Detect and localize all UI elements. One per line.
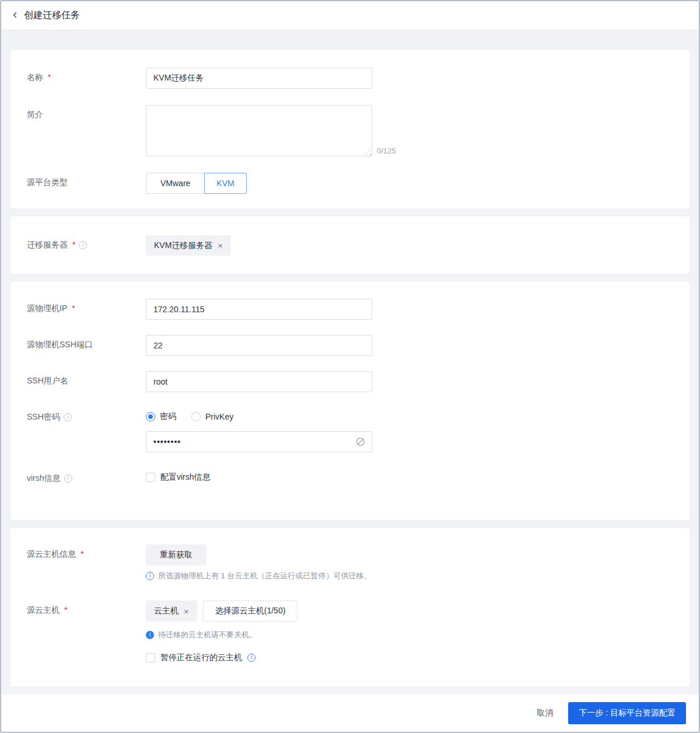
radio-dot [146,412,155,421]
required-mark: * [80,549,83,559]
name-label: 名称 [27,72,43,83]
migration-server-row: 迁移服务器* i KVM迁移服务器 × [27,235,673,256]
source-ip-row: 源物理机IP* [27,299,673,320]
basic-info-card: 名称* 简介 0/125 [10,50,690,208]
next-step-button[interactable]: 下一步 : 目标平台资源配置 [568,702,686,724]
remove-tag-icon[interactable]: × [184,607,189,616]
source-vm-info-row: 源云主机信息* 重新获取 i 所选源物理机上有 1 台云主机（正在运行或已暂停）… [27,544,673,581]
ssh-port-row: 源物理机SSH端口 [27,335,673,356]
select-source-vm-button[interactable]: 选择源云主机(1/50) [203,601,298,622]
radio-password[interactable]: 密码 [146,411,176,422]
info-icon[interactable]: i [64,474,72,483]
create-migration-task-page: ‹ 创建迁移任务 名称* 简介 [0,0,700,733]
info-icon[interactable]: i [79,241,87,249]
virsh-checkbox-row: 配置virsh信息 [146,470,673,483]
platform-option-vmware[interactable]: VMware [146,173,205,194]
name-row: 名称* [27,68,673,89]
source-vm-tag: 云主机 × [146,601,197,622]
required-mark: * [64,605,67,615]
radio-privkey[interactable]: PrivKey [191,412,233,421]
required-mark: * [72,240,75,249]
pause-checkbox[interactable] [146,653,155,662]
source-vm-info-label: 源云主机信息 [27,549,76,560]
source-vm-tags: 云主机 × 选择源云主机(1/50) [146,601,673,622]
page-header: ‹ 创建迁移任务 [1,1,699,30]
footer-bar: 取消 下一步 : 目标平台资源配置 [1,694,699,732]
info-icon[interactable]: i [64,413,72,421]
info-icon[interactable]: i [247,654,256,662]
virsh-label: virsh信息 [27,473,61,484]
refresh-button[interactable]: 重新获取 [146,544,206,566]
platform-option-kvm[interactable]: KVM [204,173,246,194]
ssh-user-row: SSH用户名 [27,371,673,392]
page-title: 创建迁移任务 [24,9,80,22]
description-row: 简介 0/125 [27,105,673,156]
required-mark: * [72,303,75,313]
virsh-checkbox[interactable] [146,473,155,482]
pause-checkbox-row: 暂停正在运行的云主机 i [146,648,673,663]
platform-toggle-group: VMware KVM [146,173,247,194]
required-mark: * [48,72,51,82]
cancel-button[interactable]: 取消 [537,708,553,718]
ssh-password-label: SSH密码 [27,412,60,423]
source-ip-label: 源物理机IP [27,303,67,314]
platform-type-label: 源平台类型 [27,177,68,188]
eye-off-icon[interactable] [355,437,366,447]
ssh-info-card: 源物理机IP* 源物理机SSH端口 SSH用户名 [10,282,690,520]
info-icon: i [146,572,154,580]
info-icon: i [146,631,154,639]
ssh-password-input[interactable] [146,431,372,452]
migration-server-card: 迁移服务器* i KVM迁移服务器 × [10,217,690,274]
source-vm-info-hint: i 所选源物理机上有 1 台云主机（正在运行或已暂停）可供迁移。 [146,571,673,581]
migration-server-label: 迁移服务器 [27,240,68,250]
remove-tag-icon[interactable]: × [218,241,223,250]
migration-server-tag: KVM迁移服务器 × [146,235,231,256]
platform-type-row: 源平台类型 VMware KVM [27,173,673,194]
source-vm-hint: i 待迁移的云主机请不要关机。 [146,630,673,640]
form-content: 名称* 简介 0/125 [1,30,699,694]
description-input[interactable] [146,105,372,156]
ssh-user-input[interactable] [146,371,372,392]
ssh-password-row: SSH密码 i 密码 PrivKey [27,407,673,452]
source-ip-input[interactable] [146,299,372,320]
description-label: 简介 [27,110,43,120]
virsh-row: virsh信息 i 配置virsh信息 [27,470,673,484]
char-counter: 0/125 [377,146,396,156]
radio-dot [191,412,201,421]
virsh-checkbox-label: 配置virsh信息 [160,472,211,483]
source-vm-label: 源云主机 [27,605,60,616]
pause-checkbox-label: 暂停正在运行的云主机 [160,652,242,663]
ssh-port-label: 源物理机SSH端口 [27,340,93,350]
source-vm-row: 源云主机* 云主机 × 选择源云主机(1/50) i 待迁移的云主机请不要关机。 [27,601,673,663]
ssh-port-input[interactable] [146,335,372,356]
auth-mode-radio-group: 密码 PrivKey [146,407,673,422]
ssh-user-label: SSH用户名 [27,376,68,386]
back-icon[interactable]: ‹ [13,8,17,23]
name-input[interactable] [146,68,372,89]
source-vm-card: 源云主机信息* 重新获取 i 所选源物理机上有 1 台云主机（正在运行或已暂停）… [10,528,690,686]
